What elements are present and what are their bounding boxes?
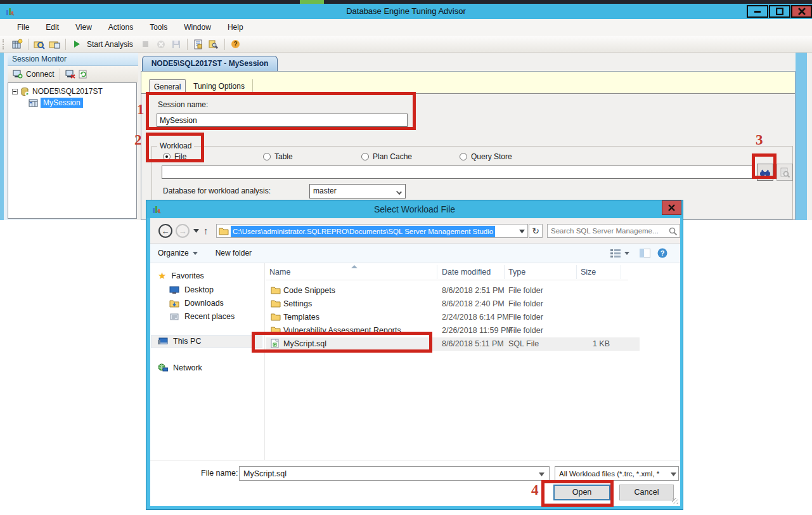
binoculars-icon xyxy=(759,168,771,177)
column-separator[interactable] xyxy=(621,265,621,279)
resize-grip-icon[interactable] xyxy=(672,498,678,504)
main-titlebar[interactable]: Database Engine Tuning Advisor xyxy=(0,4,812,19)
file-name: Vulnerability Assessment Reports xyxy=(283,326,401,335)
sql-file-icon xyxy=(271,339,279,348)
help-icon[interactable]: ? xyxy=(229,38,242,51)
disconnect-icon[interactable] xyxy=(65,70,75,79)
session-name-input[interactable] xyxy=(157,114,408,127)
column-type[interactable]: Type xyxy=(508,268,525,277)
cancel-button[interactable]: Cancel xyxy=(619,485,674,500)
address-bar[interactable]: C:\Users\administrator.SQLREPRO\Document… xyxy=(216,224,528,238)
file-name: MyScript.sql xyxy=(283,339,326,348)
file-row-myscript-selected[interactable]: MyScript.sql 8/6/2018 5:11 PM SQL File 1… xyxy=(266,337,640,351)
search-box[interactable] xyxy=(547,224,680,238)
organize-button[interactable]: Organize xyxy=(158,249,189,258)
file-row-settings[interactable]: Settings 8/6/2018 2:40 PM File folder xyxy=(266,297,640,311)
new-folder-button[interactable]: New folder xyxy=(216,249,252,258)
radio-table[interactable]: Table xyxy=(263,152,293,161)
dialog-titlebar[interactable]: Select Workload File xyxy=(146,200,683,218)
sidebar-item-favorites[interactable]: ★ Favorites xyxy=(158,270,204,282)
file-row-templates[interactable]: Templates 2/24/2018 6:14 PM File folder xyxy=(266,311,640,324)
tree-node-server[interactable]: NODE5\SQL2017ST xyxy=(8,86,136,97)
minimize-button[interactable] xyxy=(747,5,768,18)
sidebar-item-network[interactable]: Network xyxy=(158,362,202,374)
toolbar-separator xyxy=(60,68,60,80)
radio-plan-cache[interactable]: Plan Cache xyxy=(361,152,412,161)
column-headers: Name Date modified Type Size xyxy=(266,265,627,280)
up-button[interactable]: ↑ xyxy=(203,225,209,236)
connect-icon[interactable] xyxy=(13,70,23,79)
open-button[interactable]: Open xyxy=(553,485,610,500)
workload-file-input[interactable] xyxy=(162,166,755,179)
file-type: File folder xyxy=(508,313,543,322)
tree-node-session[interactable]: MySession xyxy=(8,97,136,108)
open-session-icon[interactable] xyxy=(33,38,46,51)
close-button[interactable] xyxy=(791,5,812,18)
menu-actions[interactable]: Actions xyxy=(100,19,141,36)
recent-locations-chevron-icon[interactable] xyxy=(193,229,199,233)
new-session-icon[interactable] xyxy=(11,38,23,51)
radio-file[interactable]: File xyxy=(163,152,186,161)
menu-file[interactable]: File xyxy=(9,19,37,36)
radio-icon xyxy=(361,153,369,160)
import-workload-icon[interactable] xyxy=(48,38,61,51)
file-type-combo[interactable]: All Workload files (*.trc, *.xml, * xyxy=(555,466,679,481)
server-node-label[interactable]: NODE5\SQL2017ST xyxy=(32,87,103,96)
radio-query-store-label: Query Store xyxy=(471,152,512,161)
menu-window[interactable]: Window xyxy=(176,19,219,36)
column-date-modified[interactable]: Date modified xyxy=(442,268,491,277)
menu-tools[interactable]: Tools xyxy=(141,19,176,36)
view-list-icon[interactable] xyxy=(610,249,621,258)
file-type-combo-value: All Workload files (*.trc, *.xml, * xyxy=(559,470,668,478)
view-report-icon[interactable] xyxy=(192,38,205,51)
file-row-code-snippets[interactable]: Code Snippets 8/6/2018 2:51 PM File fold… xyxy=(266,284,640,297)
column-separator[interactable] xyxy=(576,265,577,279)
help-icon[interactable]: ? xyxy=(657,248,667,258)
sidebar-item-downloads[interactable]: Downloads xyxy=(169,297,224,310)
menu-help[interactable]: Help xyxy=(219,19,252,36)
chevron-down-icon[interactable] xyxy=(671,473,676,476)
dialog-close-button[interactable] xyxy=(662,200,681,215)
start-analysis-icon[interactable] xyxy=(70,38,83,51)
sidebar-item-this-pc[interactable]: This PC xyxy=(158,335,201,348)
collapse-icon[interactable] xyxy=(12,89,18,95)
tuning-options-icon[interactable] xyxy=(207,38,220,51)
chevron-down-icon[interactable] xyxy=(539,473,545,476)
tab-tuning-options[interactable]: Tuning Options xyxy=(186,79,253,94)
document-tab[interactable]: NODE5\SQL2017ST - MySession xyxy=(142,56,278,71)
session-node-label-selected[interactable]: MySession xyxy=(41,98,83,108)
menu-view[interactable]: View xyxy=(67,19,100,36)
folder-icon xyxy=(271,326,281,334)
refresh-icon[interactable] xyxy=(79,70,87,79)
database-select[interactable]: master xyxy=(309,184,406,199)
folder-icon xyxy=(271,286,281,294)
column-separator[interactable] xyxy=(504,265,505,279)
network-icon xyxy=(158,363,168,372)
column-separator[interactable] xyxy=(437,265,437,279)
cancel-analysis-icon xyxy=(155,38,167,51)
column-size[interactable]: Size xyxy=(581,268,596,277)
radio-query-store[interactable]: Query Store xyxy=(460,152,512,161)
connect-button[interactable]: Connect xyxy=(26,70,55,79)
browse-workload-file-button[interactable] xyxy=(757,164,773,181)
radio-icon xyxy=(263,153,271,160)
folder-icon xyxy=(219,226,229,235)
preview-pane-icon[interactable] xyxy=(640,249,650,258)
refresh-button[interactable]: ↻ xyxy=(529,224,543,238)
file-date: 2/26/2018 11:59 PM xyxy=(442,326,513,335)
maximize-button[interactable] xyxy=(769,5,790,18)
back-button[interactable]: ← xyxy=(158,224,172,238)
start-analysis-button[interactable]: Start Analysis xyxy=(86,40,137,49)
search-input[interactable] xyxy=(551,225,665,237)
menu-edit[interactable]: Edit xyxy=(37,19,67,36)
file-row-vulnerability-reports[interactable]: Vulnerability Assessment Reports 2/26/20… xyxy=(266,324,640,337)
column-name[interactable]: Name xyxy=(269,268,290,277)
sidebar-item-desktop[interactable]: Desktop xyxy=(169,284,214,296)
dta-main-window: Database Engine Tuning Advisor File Edit… xyxy=(0,4,812,220)
sidebar-item-recent-places[interactable]: Recent places xyxy=(169,310,235,323)
view-chevron-icon[interactable] xyxy=(624,252,629,255)
file-name-combo[interactable]: MyScript.sql xyxy=(239,466,550,481)
toolbar-grip xyxy=(3,39,6,49)
address-dropdown-chevron-icon[interactable] xyxy=(519,230,525,233)
tab-general[interactable]: General xyxy=(149,79,186,94)
